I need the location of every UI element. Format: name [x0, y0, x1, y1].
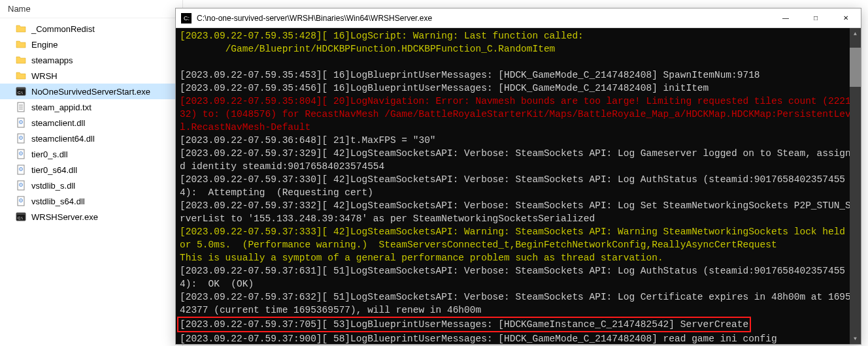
dll-icon	[16, 149, 26, 159]
file-item-label: steam_appid.txt	[31, 102, 92, 112]
file-item[interactable]: WRSH	[0, 68, 182, 84]
file-item[interactable]: _CommonRedist	[0, 21, 182, 37]
minimize-button[interactable]: —	[771, 8, 801, 28]
file-item-label: WRSHServer.exe	[31, 212, 98, 222]
console-line	[180, 55, 857, 69]
dll-icon	[16, 133, 26, 144]
dll-icon	[16, 196, 26, 206]
file-item-label: steamapps	[31, 55, 73, 65]
scrollbar-track[interactable]: ▲ ▼	[850, 28, 861, 344]
console-window: C: C:\no-one-survived-server\WRSH\Binari…	[175, 8, 861, 345]
app-icon: C:	[181, 13, 192, 24]
dll-icon	[16, 118, 26, 128]
dll-icon	[16, 180, 26, 191]
file-item-label: WRSH	[31, 71, 58, 81]
file-item-label: tier0_s64.dll	[31, 165, 77, 175]
file-item[interactable]: steamapps	[0, 52, 182, 68]
maximize-button[interactable]: □	[801, 8, 831, 28]
console-line: [2023.09.22-07.59.37:631][ 51]LogSteamSo…	[180, 264, 857, 291]
file-item[interactable]: tier0_s.dll	[0, 146, 182, 162]
titlebar[interactable]: C: C:\no-one-survived-server\WRSH\Binari…	[176, 8, 861, 28]
svg-text:C:: C:	[184, 15, 190, 22]
exe-icon	[16, 86, 26, 97]
close-button[interactable]: ✕	[831, 8, 861, 28]
file-item[interactable]: NoOneSurvivedServerStart.exe	[0, 84, 182, 99]
console-line: [2023.09.22-07.59.37:329][ 42]LogSteamSo…	[180, 147, 857, 173]
console-line: This is usually a symptom of a general p…	[180, 251, 857, 264]
console-line: [2023.09.22-07.59.35:428][ 16]LogScript:…	[180, 29, 857, 42]
file-item-label: Engine	[31, 40, 58, 50]
file-item-label: tier0_s.dll	[31, 149, 68, 159]
console-line: [2023.09.22-07.59.37:900][ 58]LogBluepri…	[180, 332, 857, 344]
file-item[interactable]: WRSHServer.exe	[0, 209, 182, 225]
file-item-label: vstdlib_s.dll	[31, 181, 75, 191]
folder-icon	[16, 39, 26, 50]
scroll-down-arrow[interactable]: ▼	[850, 333, 861, 344]
folder-icon	[16, 55, 26, 65]
window-controls: — □ ✕	[771, 8, 861, 28]
file-item[interactable]: Engine	[0, 37, 182, 52]
exe-icon	[16, 212, 26, 222]
scrollbar-thumb[interactable]	[850, 48, 861, 87]
dll-icon	[16, 165, 26, 175]
file-explorer-pane: Name _CommonRedistEnginesteamappsWRSHNoO…	[0, 0, 183, 346]
file-item[interactable]: vstdlib_s.dll	[0, 178, 182, 193]
folder-icon	[16, 71, 26, 81]
file-item-label: steamclient.dll	[31, 118, 85, 128]
file-item-label: _CommonRedist	[31, 24, 95, 34]
console-line: [2023.09.22-07.59.37:333][ 42]LogSteamSo…	[180, 225, 857, 251]
file-item[interactable]: steamclient64.dll	[0, 131, 182, 146]
console-line: [2023.09.22-07.59.35:804][ 20]LogNavigat…	[180, 95, 857, 134]
file-list: _CommonRedistEnginesteamappsWRSHNoOneSur…	[0, 18, 182, 227]
console-line: [2023.09.22-07.59.36:648][ 21]t.MaxFPS =…	[180, 134, 857, 147]
console-line: [2023.09.22-07.59.37:705][ 53]LogBluepri…	[180, 317, 857, 332]
folder-icon	[16, 24, 26, 34]
console-line: [2023.09.22-07.59.35:456][ 16]LogBluepri…	[180, 82, 857, 95]
console-output[interactable]: [2023.09.22-07.59.35:428][ 16]LogScript:…	[176, 28, 861, 344]
file-item-label: steamclient64.dll	[31, 134, 95, 144]
file-item[interactable]: vstdlib_s64.dll	[0, 193, 182, 209]
file-item[interactable]: steamclient.dll	[0, 115, 182, 131]
explorer-column-header[interactable]: Name	[0, 0, 182, 18]
file-item[interactable]: tier0_s64.dll	[0, 162, 182, 178]
console-line: /Game/Blueprint/HDCKBPFunction.HDCKBPFun…	[180, 42, 857, 55]
file-item-label: vstdlib_s64.dll	[31, 197, 85, 206]
txt-icon	[16, 102, 26, 112]
console-line: [2023.09.22-07.59.37:632][ 51]LogSteamSo…	[180, 291, 857, 317]
console-line: [2023.09.22-07.59.35:453][ 16]LogBluepri…	[180, 69, 857, 82]
file-item-label: NoOneSurvivedServerStart.exe	[31, 87, 150, 97]
console-line: [2023.09.22-07.59.37:332][ 42]LogSteamSo…	[180, 199, 857, 225]
console-line: [2023.09.22-07.59.37:330][ 42]LogSteamSo…	[180, 173, 857, 199]
file-item[interactable]: steam_appid.txt	[0, 99, 182, 115]
window-title: C:\no-one-survived-server\WRSH\Binaries\…	[197, 14, 771, 23]
scroll-up-arrow[interactable]: ▲	[850, 28, 861, 39]
